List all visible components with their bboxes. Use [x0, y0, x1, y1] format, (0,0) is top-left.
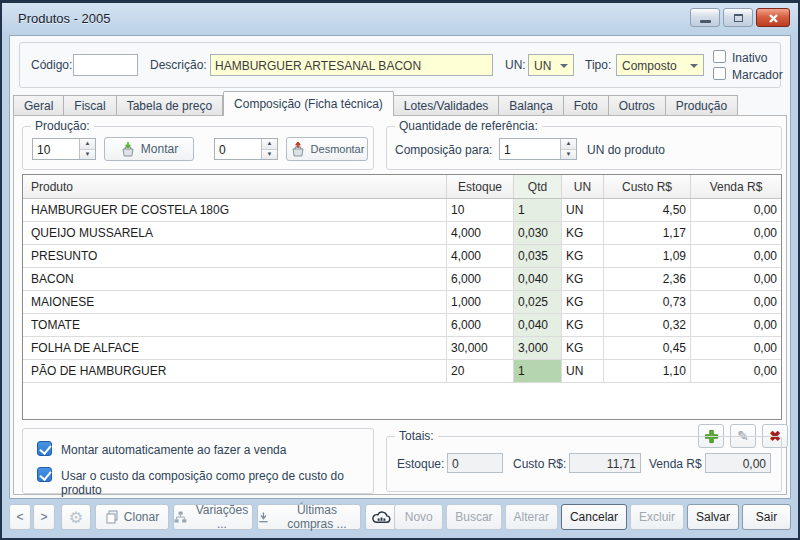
table-row[interactable]: PRESUNTO 4,000 0,035 KG 1,09 0,00 [23, 245, 781, 268]
cell-venda[interactable]: 0,00 [691, 222, 781, 244]
montar-qty-stepper[interactable]: 10 ▲▼ [32, 138, 96, 160]
cell-custo[interactable]: 2,36 [604, 268, 691, 290]
un-select[interactable]: UN [528, 54, 574, 76]
tab-4[interactable]: Composição (Ficha técnica) [223, 91, 394, 116]
cell-qtd[interactable]: 0,040 [514, 268, 562, 290]
descricao-input[interactable]: HAMBURGUER ARTESANAL BACON [210, 54, 493, 76]
minimize-button[interactable] [690, 8, 720, 27]
cell-venda[interactable]: 0,00 [691, 337, 781, 359]
cell-venda[interactable]: 0,00 [691, 291, 781, 313]
cell-estoque[interactable]: 30,000 [447, 337, 514, 359]
col-header-un[interactable]: UN [562, 175, 604, 198]
table-row[interactable]: TOMATE 6,000 0,040 KG 0,32 0,00 [23, 314, 781, 337]
cell-estoque[interactable]: 6,000 [447, 314, 514, 336]
cell-estoque[interactable]: 4,000 [447, 245, 514, 267]
cell-venda[interactable]: 0,00 [691, 268, 781, 290]
montar-button[interactable]: Montar [104, 137, 194, 161]
referencia-qty-stepper[interactable]: 1 ▲▼ [499, 138, 577, 160]
cell-produto[interactable]: BACON [23, 268, 447, 290]
cell-venda[interactable]: 0,00 [691, 360, 781, 382]
cell-qtd[interactable]: 0,040 [514, 314, 562, 336]
table-row[interactable]: PÃO DE HAMBURGUER 20 1 UN 1,10 0,00 [23, 360, 781, 383]
variacoes-button[interactable]: Variações ... [173, 504, 253, 530]
close-button[interactable] [756, 8, 790, 27]
cell-custo[interactable]: 1,17 [604, 222, 691, 244]
col-header-estoque[interactable]: Estoque [447, 175, 514, 198]
excluir-button[interactable]: Excluir [630, 504, 684, 530]
cell-custo[interactable]: 0,45 [604, 337, 691, 359]
cancelar-button[interactable]: Cancelar [561, 504, 627, 530]
table-row[interactable]: BACON 6,000 0,040 KG 2,36 0,00 [23, 268, 781, 291]
cell-produto[interactable]: HAMBURGUER DE COSTELA 180G [23, 199, 447, 221]
inativo-checkbox[interactable] [713, 50, 726, 63]
prev-record-button[interactable]: < [9, 504, 31, 530]
montar-auto-checkbox[interactable] [37, 441, 52, 456]
tab-2[interactable]: Fiscal [64, 95, 116, 116]
buscar-button[interactable]: Buscar [446, 504, 501, 530]
cell-un[interactable]: KG [562, 337, 604, 359]
cell-produto[interactable]: PÃO DE HAMBURGUER [23, 360, 447, 382]
tab-5[interactable]: Lotes/Validades [394, 95, 500, 116]
cell-custo[interactable]: 0,73 [604, 291, 691, 313]
spin-up-icon[interactable]: ▲ [80, 139, 95, 150]
novo-button[interactable]: Novo [394, 504, 443, 530]
sair-button[interactable]: Sair [742, 504, 791, 530]
col-header-venda[interactable]: Venda R$ [691, 175, 781, 198]
cell-estoque[interactable]: 1,000 [447, 291, 514, 313]
cell-estoque[interactable]: 4,000 [447, 222, 514, 244]
ultimas-compras-button[interactable]: Últimas compras ... [257, 504, 361, 530]
spin-down-icon[interactable]: ▼ [80, 150, 95, 160]
cell-produto[interactable]: MAIONESE [23, 291, 447, 313]
tab-6[interactable]: Balança [499, 95, 563, 116]
desmontar-qty-stepper[interactable]: 0 ▲▼ [214, 138, 278, 160]
spin-down-icon[interactable]: ▼ [262, 150, 277, 160]
montar-qty-value[interactable]: 10 [33, 139, 79, 159]
col-header-produto[interactable]: Produto [23, 175, 447, 198]
alterar-button[interactable]: Alterar [505, 504, 558, 530]
spin-down-icon[interactable]: ▼ [561, 150, 576, 160]
cell-produto[interactable]: FOLHA DE ALFACE [23, 337, 447, 359]
usar-custo-checkbox[interactable] [37, 467, 52, 482]
table-row[interactable]: QUEIJO MUSSARELA 4,000 0,030 KG 1,17 0,0… [23, 222, 781, 245]
cell-custo[interactable]: 0,32 [604, 314, 691, 336]
cell-un[interactable]: UN [562, 360, 604, 382]
cell-produto[interactable]: TOMATE [23, 314, 447, 336]
tab-7[interactable]: Foto [564, 95, 609, 116]
desmontar-button[interactable]: Desmontar [286, 137, 368, 161]
referencia-qty-value[interactable]: 1 [500, 139, 560, 159]
cell-custo[interactable]: 1,09 [604, 245, 691, 267]
col-header-custo[interactable]: Custo R$ [604, 175, 691, 198]
marcador-checkbox[interactable] [713, 67, 726, 80]
cell-produto[interactable]: QUEIJO MUSSARELA [23, 222, 447, 244]
cell-un[interactable]: KG [562, 291, 604, 313]
col-header-qtd[interactable]: Qtd [514, 175, 562, 198]
tab-3[interactable]: Tabela de preço [117, 95, 223, 116]
spin-up-icon[interactable]: ▲ [262, 139, 277, 150]
tab-1[interactable]: Geral [13, 95, 64, 116]
cell-venda[interactable]: 0,00 [691, 245, 781, 267]
cell-qtd[interactable]: 3,000 [514, 337, 562, 359]
cell-un[interactable]: KG [562, 314, 604, 336]
table-row[interactable]: MAIONESE 1,000 0,025 KG 0,73 0,00 [23, 291, 781, 314]
codigo-input[interactable] [73, 54, 138, 76]
cell-qtd[interactable]: 1 [514, 199, 562, 221]
cell-un[interactable]: UN [562, 199, 604, 221]
cell-qtd[interactable]: 1 [514, 360, 562, 382]
cell-un[interactable]: KG [562, 268, 604, 290]
cell-produto[interactable]: PRESUNTO [23, 245, 447, 267]
maximize-button[interactable] [723, 8, 753, 27]
tab-8[interactable]: Outros [609, 95, 666, 116]
settings-button[interactable]: ⚙ [61, 504, 91, 530]
cell-qtd[interactable]: 0,030 [514, 222, 562, 244]
next-record-button[interactable]: > [33, 504, 55, 530]
salvar-button[interactable]: Salvar [687, 504, 739, 530]
cell-venda[interactable]: 0,00 [691, 199, 781, 221]
tipo-select[interactable]: Composto [616, 54, 704, 76]
cell-custo[interactable]: 1,10 [604, 360, 691, 382]
cell-un[interactable]: KG [562, 222, 604, 244]
tab-9[interactable]: Produção [666, 95, 738, 116]
table-row[interactable]: FOLHA DE ALFACE 30,000 3,000 KG 0,45 0,0… [23, 337, 781, 360]
cell-qtd[interactable]: 0,025 [514, 291, 562, 313]
clonar-button[interactable]: Clonar [95, 504, 169, 530]
cell-estoque[interactable]: 10 [447, 199, 514, 221]
